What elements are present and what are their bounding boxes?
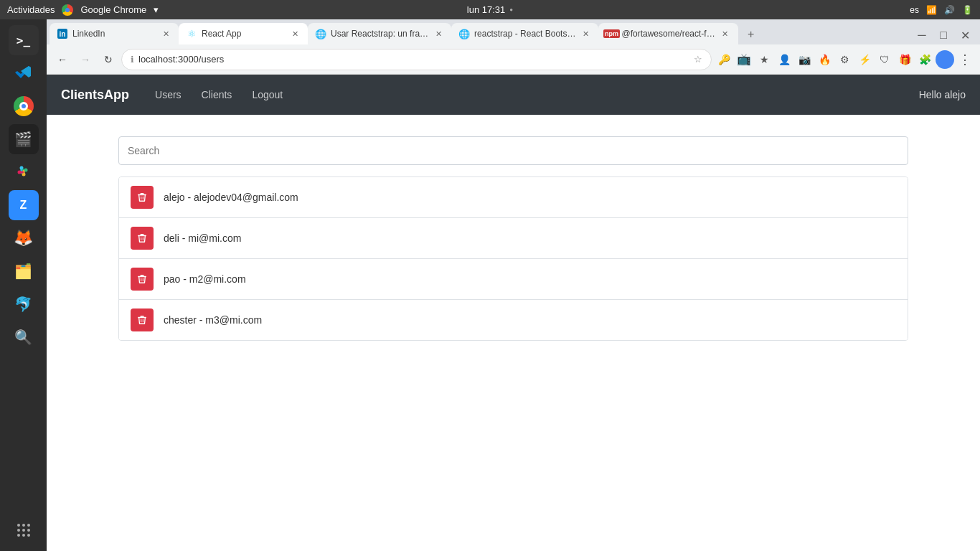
new-tab-button[interactable]: + — [741, 24, 761, 44]
tab-linkedin-close[interactable]: ✕ — [160, 28, 171, 39]
tab-usar-reactstrap[interactable]: 🌐 Usar Reactstrap: un fra… ✕ — [308, 23, 451, 44]
tab-react-app-title: React App — [202, 29, 285, 39]
profile-icon[interactable] — [936, 50, 954, 69]
nav-logout[interactable]: Logout — [243, 83, 291, 106]
address-bar[interactable]: ℹ ☆ — [121, 49, 712, 70]
tab-usar-reactstrap-title: Usar Reactstrap: un fra… — [331, 29, 428, 39]
vscode-icon[interactable] — [9, 58, 39, 88]
files-icon[interactable]: 🗂️ — [9, 256, 39, 286]
search-input[interactable] — [118, 136, 908, 165]
npm-favicon: npm — [606, 28, 617, 39]
react-favicon: ⚛ — [186, 28, 197, 39]
grid-icon[interactable] — [9, 515, 39, 545]
svg-point-10 — [27, 524, 30, 527]
delete-user-2-button[interactable] — [131, 227, 154, 250]
chrome-app-label: Google Chrome — [80, 4, 146, 15]
gift-icon[interactable]: 🎁 — [895, 50, 914, 69]
terminal-icon[interactable]: >_ — [9, 25, 39, 55]
dropdown-arrow: ▾ — [154, 4, 159, 15]
svg-point-16 — [27, 534, 30, 537]
linkedin-favicon: in — [57, 28, 68, 39]
tab-usar-reactstrap-close[interactable]: ✕ — [433, 28, 444, 39]
os-sidebar: >_ 🎬 Z 🦊 🗂️ 🐬 — [0, 19, 47, 551]
tab-linkedin[interactable]: in LinkedIn ✕ — [50, 23, 179, 44]
key-icon[interactable]: 🔑 — [715, 50, 733, 69]
app-greeting: Hello alejo — [919, 89, 966, 100]
firefox-icon[interactable]: 🦊 — [9, 223, 39, 253]
fire-icon[interactable]: 🔥 — [815, 50, 834, 69]
app-brand[interactable]: ClientsApp — [61, 88, 129, 103]
app-main: alejo - alejodev04@gmail.com deli - mi@m… — [47, 115, 980, 362]
minimize-button[interactable]: ─ — [913, 26, 931, 44]
zoom-icon[interactable]: Z — [9, 190, 39, 220]
nav-users[interactable]: Users — [146, 83, 190, 106]
tab-react-app[interactable]: ⚛ React App ✕ — [179, 23, 308, 44]
shield-icon[interactable]: 🛡 — [875, 50, 894, 69]
mysql-icon[interactable]: 🐬 — [9, 289, 39, 319]
tab-reactstrap-docs-close[interactable]: ✕ — [580, 28, 591, 39]
chrome-menu-button[interactable]: ⋮ — [956, 50, 974, 69]
tab-fortawesome[interactable]: npm @fortawesome/react-f… ✕ — [598, 23, 738, 44]
magnifier-icon[interactable]: 🔍 — [9, 322, 39, 352]
cast-icon[interactable]: 📺 — [735, 50, 753, 69]
volume-icon: 🔊 — [944, 5, 955, 15]
user-item: deli - mi@mi.com — [119, 218, 908, 259]
clapper-icon[interactable]: 🎬 — [9, 124, 39, 154]
app-navbar: ClientsApp Users Clients Logout Hello al… — [47, 75, 980, 115]
browser-toolbar: ← → ↻ ℹ ☆ 🔑 📺 ★ 👤 📷 🔥 ⚙ ⚡ 🛡 🎁 🧩 ⋮ — [47, 44, 980, 75]
svg-point-15 — [22, 534, 25, 537]
app-nav-links: Users Clients Logout — [146, 83, 919, 106]
user-1-info: alejo - alejodev04@gmail.com — [164, 192, 298, 203]
svg-point-8 — [17, 524, 20, 527]
toolbar-actions: 🔑 📺 ★ 👤 📷 🔥 ⚙ ⚡ 🛡 🎁 🧩 ⋮ — [715, 50, 974, 69]
star-icon[interactable]: ★ — [755, 50, 773, 69]
chrome-sidebar-icon[interactable] — [9, 91, 39, 121]
wifi-icon: 📶 — [926, 5, 937, 15]
settings-icon[interactable]: ⚙ — [835, 50, 854, 69]
maximize-button[interactable]: □ — [934, 26, 953, 44]
os-lang: es — [910, 5, 919, 15]
user-item: pao - m2@mi.com — [119, 259, 908, 300]
tab-fortawesome-title: @fortawesome/react-f… — [621, 29, 715, 39]
user-2-info: deli - mi@mi.com — [164, 232, 241, 244]
slack-icon[interactable] — [9, 157, 39, 187]
tab-fortawesome-close[interactable]: ✕ — [720, 28, 731, 39]
camera-icon[interactable]: 📷 — [795, 50, 814, 69]
bookmark-icon[interactable]: ☆ — [694, 54, 702, 65]
os-topbar: Actividades Google Chrome ▾ lun 17:31 ● … — [0, 0, 980, 19]
account-icon[interactable]: 👤 — [775, 50, 793, 69]
user-4-info: chester - m3@mi.com — [164, 314, 262, 326]
usar-reactstrap-favicon: 🌐 — [315, 28, 326, 39]
user-item: alejo - alejodev04@gmail.com — [119, 177, 908, 218]
reload-button[interactable]: ↻ — [98, 50, 118, 70]
svg-point-14 — [17, 534, 20, 537]
delete-user-1-button[interactable] — [131, 186, 154, 209]
reactstrap-docs-favicon: 🌐 — [458, 28, 470, 39]
os-time: lun 17:31 — [467, 4, 506, 15]
user-3-info: pao - m2@mi.com — [164, 273, 246, 285]
svg-point-9 — [22, 524, 25, 527]
close-window-button[interactable]: ✕ — [956, 26, 974, 44]
svg-point-13 — [27, 529, 30, 532]
tab-bar: in LinkedIn ✕ ⚛ React App ✕ 🌐 Usar React… — [47, 19, 980, 44]
delete-user-4-button[interactable] — [131, 309, 154, 331]
browser-window: in LinkedIn ✕ ⚛ React App ✕ 🌐 Usar React… — [47, 19, 980, 551]
puzzle-icon[interactable]: 🧩 — [915, 50, 934, 69]
activities-label[interactable]: Actividades — [7, 4, 55, 15]
tab-reactstrap-docs-title: reactstrap - React Boots… — [474, 29, 575, 39]
svg-point-12 — [22, 529, 25, 532]
secure-icon: ℹ — [131, 55, 134, 65]
svg-point-11 — [17, 529, 20, 532]
tab-react-app-close[interactable]: ✕ — [289, 28, 301, 39]
address-input[interactable] — [138, 54, 689, 65]
users-list: alejo - alejodev04@gmail.com deli - mi@m… — [118, 176, 908, 341]
delete-user-3-button[interactable] — [131, 268, 154, 291]
network-dot: ● — [509, 6, 513, 13]
nav-clients[interactable]: Clients — [193, 83, 241, 106]
back-button[interactable]: ← — [52, 50, 72, 70]
lightning-icon[interactable]: ⚡ — [855, 50, 874, 69]
forward-button[interactable]: → — [75, 50, 95, 70]
search-container — [118, 136, 908, 165]
tab-reactstrap-docs[interactable]: 🌐 reactstrap - React Boots… ✕ — [451, 23, 598, 44]
user-item: chester - m3@mi.com — [119, 300, 908, 340]
